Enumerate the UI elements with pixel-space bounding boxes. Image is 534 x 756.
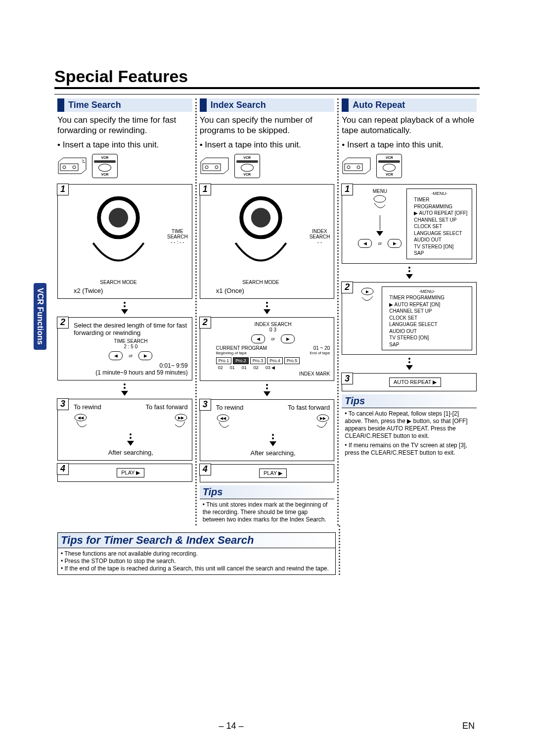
play-indicator: PLAY ▶	[259, 469, 287, 478]
or-label: or	[378, 241, 382, 246]
index-step-4: 4 PLAY ▶	[200, 464, 335, 482]
to-ff-label: To fast forward	[145, 403, 187, 411]
left-button-icon: ◀	[251, 334, 265, 343]
page-title: Special Features	[54, 67, 480, 89]
begin-label: Beginning of tape	[216, 351, 247, 355]
cassette-icon	[200, 157, 229, 175]
fastforward-button-icon: ▶▶	[169, 413, 188, 431]
arrow-down-icon	[376, 231, 383, 236]
arrow-down-icon	[127, 441, 134, 446]
press-count: x2 (Twice)	[74, 287, 188, 294]
tips-heading: Tips	[200, 485, 335, 499]
program-row: Pro.1 Pro.2 Pro.3 Pro.4 Pro.5	[216, 357, 330, 364]
osd-title: TIME SEARCH	[74, 338, 188, 344]
time-range: 0:01~ 9:59	[74, 362, 188, 369]
index-search-heading: Index Search	[200, 98, 335, 112]
rewind-button-icon: ◀◀	[74, 413, 92, 431]
svg-point-4	[109, 208, 128, 227]
auto-step-3: 3 AUTO REPEAT ▶	[342, 373, 477, 391]
index-step-2: 2 INDEX SEARCH 0 3 ◀ or ▶ CURRENT PROGRA…	[200, 317, 335, 381]
page-number: – 14 –	[219, 721, 243, 731]
play-indicator: PLAY ▶	[117, 468, 144, 477]
time-step-2: 2 Select the desired length of time for …	[57, 317, 192, 380]
osd-value: 0 3	[216, 327, 330, 332]
search-mode-label: SEARCH MODE	[216, 280, 306, 285]
osd-title: INDEX SEARCH	[310, 229, 330, 239]
auto-step-2: 2 ▶ -MENU- TIMER PROGRAMMING ▶ AUTO REPE…	[342, 282, 477, 355]
index-step-3: 3 To rewind To fast forward ◀◀ ▶▶	[200, 399, 335, 461]
osd-menu: -MENU- TIMER PROGRAMMING ▶ AUTO REPEAT […	[382, 286, 472, 351]
tip-line: • Press the STOP button to stop the sear…	[61, 558, 332, 565]
step-number: 3	[199, 399, 211, 411]
tips-body: • This unit stores index mark at the beg…	[200, 499, 335, 525]
index-search-intro: You can specify the number of programs t…	[200, 115, 335, 136]
step-number: 2	[57, 317, 69, 329]
current-program-label: CURRENT PROGRAM	[216, 345, 267, 351]
insert-tape-note: • Insert a tape into this unit.	[200, 140, 335, 150]
to-rewind-label: To rewind	[74, 403, 101, 411]
cassette-icon	[57, 157, 87, 175]
step-number: 2	[341, 282, 353, 293]
insert-tape-note: • Insert a tape into this unit.	[342, 140, 477, 150]
end-label: End of tape	[310, 351, 330, 355]
index-mark-label: INDEX MARK	[216, 371, 330, 377]
arrow-down-icon	[264, 309, 270, 314]
col-index-search: Index Search You can specify the number …	[197, 98, 338, 525]
right-button-icon: ▶	[281, 334, 295, 343]
tips-body: • To cancel Auto Repeat, follow steps [1…	[342, 408, 477, 459]
osd-menu: -MENU- TIMER PROGRAMMING ▶ AUTO REPEAT […	[406, 189, 472, 259]
arrow-down-icon	[406, 365, 413, 370]
step-number: 3	[57, 398, 69, 410]
or-label: or	[271, 336, 275, 341]
bottom-tips-heading: Tips for Timer Search & Index Search	[58, 533, 335, 548]
menu-button-icon	[370, 194, 389, 213]
auto-repeat-heading: Auto Repeat	[342, 98, 477, 112]
left-button-icon: ◀	[358, 239, 372, 248]
to-rewind-label: To rewind	[216, 404, 244, 411]
fastforward-button-icon: ▶▶	[311, 413, 330, 432]
search-mode-button	[74, 272, 163, 280]
section-tab: VCR Functions	[34, 283, 46, 350]
svg-text:◀◀: ◀◀	[220, 416, 226, 421]
time-step-4: 4 PLAY ▶	[57, 464, 192, 482]
arrow-down-icon	[269, 441, 276, 446]
time-search-heading: Time Search	[57, 98, 192, 112]
right-button-icon: ▶	[138, 351, 152, 360]
to-ff-label: To fast forward	[288, 404, 330, 411]
auto-repeat-intro: You can repeat playback of a whole tape …	[342, 115, 477, 136]
arrow-down-icon	[264, 391, 270, 396]
time-range-note: (1 minute~9 hours and 59 minutes)	[74, 369, 188, 376]
osd-value: 2 : 5 0	[74, 344, 188, 349]
step-number: 2	[199, 317, 211, 329]
osd-title: INDEX SEARCH	[216, 322, 330, 327]
index-range: 01 ~ 20	[313, 345, 330, 351]
vcr-unit-icon: VCR VCR	[376, 154, 402, 178]
menu-title: -MENU-	[385, 289, 469, 295]
after-searching-label: After searching,	[216, 449, 330, 457]
rule	[54, 94, 480, 94]
search-mode-label: SEARCH MODE	[74, 280, 163, 285]
time-search-intro: You can specify the time for fast forwar…	[57, 115, 192, 136]
time-step-3: 3 To rewind To fast forward ◀◀ ▶▶	[57, 399, 192, 461]
osd-title: TIME SEARCH	[167, 229, 188, 239]
svg-text:▶▶: ▶▶	[178, 416, 184, 420]
vcr-unit-icon: VCR VCR	[234, 154, 260, 178]
svg-text:▶: ▶	[366, 289, 369, 294]
tip-line: • These functions are not available duri…	[61, 550, 332, 558]
auto-repeat-indicator: AUTO REPEAT ▶	[389, 378, 441, 387]
arrow-down-icon	[121, 309, 128, 314]
press-count: x1 (Once)	[216, 287, 330, 294]
insert-tape-note: • Insert a tape into this unit.	[57, 140, 192, 150]
step-number: 4	[57, 463, 69, 475]
right-button-icon: ▶	[388, 239, 401, 248]
left-button-icon: ◀	[109, 351, 123, 360]
step-number: 1	[199, 184, 211, 195]
tips-heading: Tips	[342, 394, 477, 408]
bottom-tips: Tips for Timer Search & Index Search • T…	[57, 532, 336, 575]
right-button-icon: ▶	[358, 286, 377, 305]
menu-button-label: MENU	[358, 189, 401, 194]
search-mode-button	[216, 272, 306, 280]
step-number: 3	[341, 373, 353, 384]
vcr-unit-icon: VCR VCR	[92, 154, 118, 178]
arrow-down-icon	[406, 274, 413, 279]
